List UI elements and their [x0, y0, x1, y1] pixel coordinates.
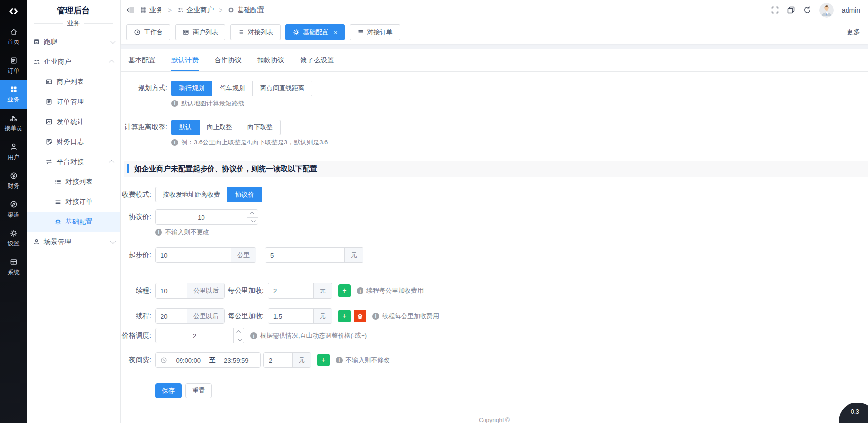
night-start-time[interactable]: 09:00:00	[169, 357, 207, 364]
stepper-down-button[interactable]	[247, 218, 258, 225]
add-night-fee-button[interactable]	[317, 354, 330, 366]
hint-text: 不输入则不修改	[345, 356, 390, 364]
sidebar-item-basic-config[interactable]: 基础配置	[27, 212, 120, 232]
add-renewal-button[interactable]	[338, 284, 351, 297]
upload-speed: ↑0.3	[847, 408, 859, 415]
option-driving-planning[interactable]: 驾车规划	[212, 81, 253, 96]
sidebar-item-label: 企业商户	[44, 58, 71, 66]
rail-item-home[interactable]: 首页	[0, 22, 27, 51]
ctab-eleme-settings[interactable]: 饿了么设置	[300, 56, 334, 71]
sidebar-item-errand[interactable]: 跑腿	[27, 32, 120, 52]
rail-item-orders[interactable]: 订单	[0, 51, 27, 80]
agreement-price-stepper	[155, 209, 258, 225]
sidebar-item-label: 基础配置	[65, 218, 93, 226]
stepper-up-button[interactable]	[234, 328, 244, 336]
sidebar-item-finance-log[interactable]: 财务日志	[27, 132, 120, 152]
stepper-down-button[interactable]	[234, 336, 244, 343]
price-adjust-input[interactable]	[156, 328, 233, 343]
night-amount-input[interactable]	[264, 353, 292, 367]
gear-icon	[293, 29, 300, 36]
section-header-title: 如企业商户未配置起步价、协议价，则统一读取以下配置	[134, 164, 317, 174]
sidebar-item-enterprise-merchants[interactable]: 企业商户	[27, 52, 120, 72]
tab-merchant-list[interactable]: 商户列表	[175, 24, 225, 40]
username[interactable]: admin	[842, 6, 860, 14]
rail-item-settings[interactable]: 设置	[0, 224, 27, 253]
renewal-amount-input[interactable]	[268, 283, 313, 298]
sidebar-item-dispatch-stats[interactable]: 发单统计	[27, 112, 120, 132]
reset-button[interactable]: 重置	[185, 383, 212, 398]
option-charge-by-distance[interactable]: 按收发地址距离收费	[155, 187, 228, 202]
rail-item-channels[interactable]: 渠道	[0, 195, 27, 224]
breadcrumb-item-basic-config[interactable]: 基础配置	[227, 6, 264, 15]
base-distance-input[interactable]	[156, 248, 231, 262]
planning-mode-label: 规划方式:	[121, 84, 167, 93]
row-actions: 保存 重置	[121, 383, 868, 398]
sidebar-item-connect-list[interactable]: 对接列表	[27, 172, 120, 192]
stepper-up-button[interactable]	[247, 210, 258, 218]
distance-rounding-hint: 例：3.6公里向上取整是4,向下取整是3，默认则是3.6	[171, 138, 868, 147]
sidebar-item-connect-orders[interactable]: 对接订单	[27, 192, 120, 212]
refresh-icon[interactable]	[803, 6, 811, 14]
night-fee-time-range[interactable]: 09:00:00 至 23:59:59	[155, 352, 261, 368]
breadcrumb-item-enterprise-merchants[interactable]: 企业商户	[177, 6, 214, 15]
ctab-default-billing[interactable]: 默认计费	[171, 56, 199, 71]
rail-item-finance[interactable]: 财务	[0, 166, 27, 195]
tab-basic-config[interactable]: 基础配置×	[285, 24, 345, 40]
option-cycling-planning[interactable]: 骑行规划	[171, 81, 212, 96]
delete-renewal-button[interactable]	[354, 310, 366, 322]
option-default-rounding[interactable]: 默认	[171, 120, 200, 135]
swap-arrows-icon	[45, 158, 53, 165]
section-header: 如企业商户未配置起步价、协议价，则统一读取以下配置	[124, 161, 868, 177]
agreement-price-input[interactable]	[156, 210, 247, 224]
sidebar-item-scene-management[interactable]: 场景管理	[27, 232, 120, 252]
renewal-amount-input[interactable]	[268, 309, 313, 323]
ctab-deduction-agreement[interactable]: 扣款协议	[257, 56, 284, 71]
home-icon	[10, 28, 18, 36]
sidebar-item-label: 对接订单	[65, 198, 93, 206]
charge-mode-group: 按收发地址距离收费 协议价	[155, 187, 262, 202]
breadcrumb-separator: >	[219, 6, 222, 14]
tab-connect-orders[interactable]: 对接订单	[350, 24, 400, 40]
collapse-sidebar-icon[interactable]	[126, 6, 135, 14]
tags-icon[interactable]	[787, 6, 795, 14]
rail-item-couriers[interactable]: 接单员	[0, 109, 27, 138]
app-title: 管理后台	[27, 0, 120, 18]
tab-connect-list[interactable]: 对接列表	[230, 24, 281, 40]
save-button[interactable]: 保存	[155, 383, 182, 398]
unit-km: 公里	[231, 248, 256, 262]
section-header-bar	[127, 164, 129, 173]
close-tab-icon[interactable]: ×	[334, 29, 338, 36]
option-round-down[interactable]: 向下取整	[240, 120, 281, 135]
tab-workbench[interactable]: 工作台	[126, 24, 170, 40]
ctab-basic-config[interactable]: 基本配置	[128, 56, 156, 71]
fullscreen-icon[interactable]	[771, 6, 779, 14]
renewal-distance-input[interactable]	[156, 309, 187, 323]
base-amount-input[interactable]	[265, 248, 344, 262]
night-end-time[interactable]: 23:59:59	[218, 357, 256, 364]
option-agreement-price[interactable]: 协议价	[227, 187, 262, 202]
sidebar-item-order-management[interactable]: 订单管理	[27, 92, 120, 112]
tab-label: 基础配置	[303, 28, 328, 37]
rail-item-label: 系统	[8, 268, 20, 277]
breadcrumb-label: 基础配置	[237, 6, 264, 15]
ctab-cooperation-agreement[interactable]: 合作协议	[214, 56, 242, 71]
sidebar-item-merchant-list[interactable]: 商户列表	[27, 72, 120, 92]
row-charge-mode: 收费模式: 按收发地址距离收费 协议价	[121, 187, 868, 202]
rail-item-system[interactable]: 系统	[0, 253, 27, 282]
per-km-label: 每公里加收:	[228, 286, 264, 295]
renewal-distance-input[interactable]	[156, 283, 187, 298]
gear-icon	[10, 229, 18, 237]
rail-item-business[interactable]: 业务	[0, 80, 27, 109]
clock-icon	[161, 357, 167, 363]
more-tabs-button[interactable]: 更多	[847, 28, 860, 37]
avatar[interactable]	[819, 3, 834, 18]
breadcrumb-item-business[interactable]: 业务	[140, 6, 163, 15]
breadcrumb-label: 业务	[149, 6, 163, 15]
option-straight-line-distance[interactable]: 两点间直线距离	[252, 81, 312, 96]
info-icon	[171, 139, 178, 146]
app-logo[interactable]	[0, 0, 27, 22]
sidebar-item-platform-connect[interactable]: 平台对接	[27, 152, 120, 172]
rail-item-users[interactable]: 用户	[0, 138, 27, 166]
option-round-up[interactable]: 向上取整	[199, 120, 240, 135]
add-renewal-button[interactable]	[338, 310, 351, 322]
